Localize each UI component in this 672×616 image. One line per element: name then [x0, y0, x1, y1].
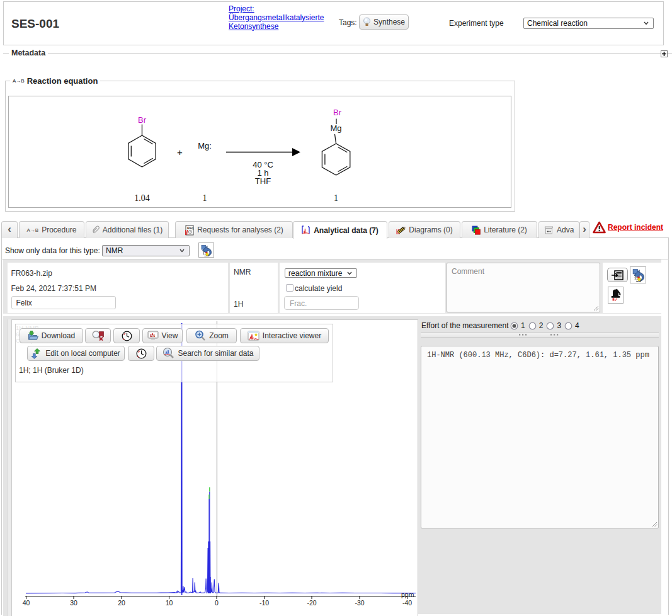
svg-text:PDF: PDF: [151, 335, 156, 338]
svg-text:Br: Br: [138, 115, 147, 125]
svg-text:-20: -20: [307, 599, 316, 607]
svg-text:-10: -10: [259, 599, 269, 607]
svg-text:20: 20: [118, 599, 125, 607]
svg-text:ppm: ppm: [401, 591, 414, 598]
svg-text:Br: Br: [333, 108, 342, 117]
svg-text:+: +: [177, 147, 183, 157]
svg-text:1: 1: [203, 193, 207, 203]
svg-text:-30: -30: [355, 599, 364, 607]
svg-text:1: 1: [334, 193, 338, 203]
svg-text:30: 30: [70, 599, 77, 607]
svg-text:THF: THF: [255, 176, 271, 186]
svg-text:Req: Req: [187, 225, 193, 229]
svg-text:10: 10: [166, 599, 173, 607]
svg-text:1.04: 1.04: [134, 193, 150, 203]
svg-text:Mg:: Mg:: [198, 141, 212, 151]
svg-text:Mg: Mg: [330, 123, 341, 133]
svg-text:0: 0: [215, 599, 219, 607]
svg-text:-40: -40: [402, 599, 412, 607]
svg-text:40: 40: [23, 599, 30, 607]
